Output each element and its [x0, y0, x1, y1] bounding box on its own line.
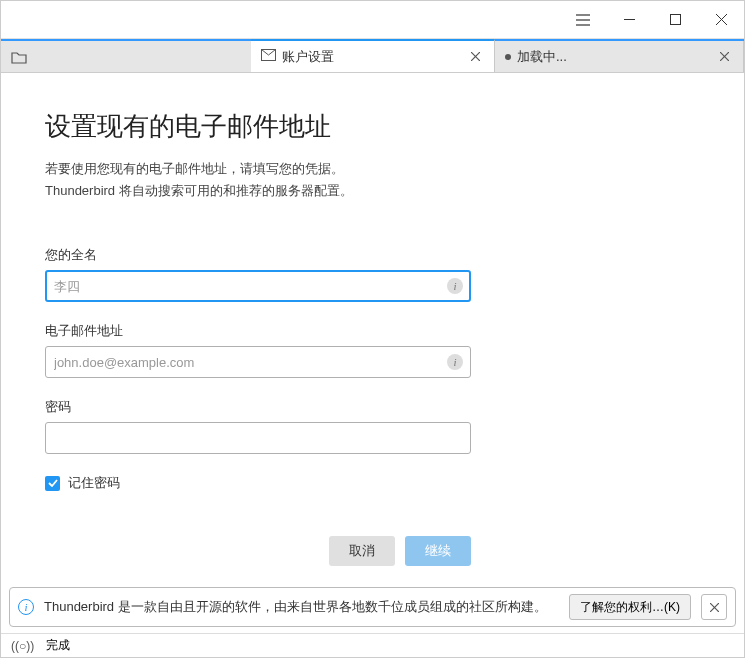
- info-icon[interactable]: i: [447, 278, 463, 294]
- status-text: 完成: [46, 637, 70, 654]
- name-label: 您的全名: [45, 246, 471, 264]
- page-title: 设置现有的电子邮件地址: [45, 109, 700, 144]
- button-row: 取消 继续: [45, 536, 471, 566]
- remember-label: 记住密码: [68, 474, 120, 492]
- info-icon: i: [18, 599, 34, 615]
- tab-close-icon[interactable]: [715, 48, 733, 66]
- name-field-group: 您的全名 i: [45, 246, 471, 302]
- maximize-button[interactable]: [652, 1, 698, 39]
- notification-close-icon[interactable]: [701, 594, 727, 620]
- activity-icon: ((○)): [11, 639, 34, 653]
- tabstrip: 账户设置 加载中...: [1, 39, 744, 73]
- info-icon[interactable]: i: [447, 354, 463, 370]
- password-label: 密码: [45, 398, 471, 416]
- tab-loading[interactable]: 加载中...: [495, 41, 744, 72]
- remember-checkbox[interactable]: [45, 476, 60, 491]
- remember-password-row[interactable]: 记住密码: [45, 474, 700, 492]
- loading-dot-icon: [505, 54, 511, 60]
- name-input[interactable]: [45, 270, 471, 302]
- svg-rect-4: [670, 15, 680, 25]
- password-input[interactable]: [45, 422, 471, 454]
- password-field-group: 密码: [45, 398, 471, 454]
- main-content: 设置现有的电子邮件地址 若要使用您现有的电子邮件地址，请填写您的凭据。 Thun…: [1, 73, 744, 581]
- tab-account-settings[interactable]: 账户设置: [251, 39, 495, 72]
- email-input[interactable]: [45, 346, 471, 378]
- cancel-button[interactable]: 取消: [329, 536, 395, 566]
- tab-close-icon[interactable]: [466, 48, 484, 66]
- email-label: 电子邮件地址: [45, 322, 471, 340]
- titlebar: [1, 1, 744, 39]
- notification-text: Thunderbird 是一款自由且开源的软件，由来自世界各地数千位成员组成的社…: [44, 598, 559, 616]
- notification-bar: i Thunderbird 是一款自由且开源的软件，由来自世界各地数千位成员组成…: [9, 587, 736, 627]
- folder-tab[interactable]: [1, 41, 37, 72]
- mail-icon: [261, 49, 276, 64]
- page-subtitle: 若要使用您现有的电子邮件地址，请填写您的凭据。 Thunderbird 将自动搜…: [45, 158, 700, 202]
- continue-button[interactable]: 继续: [405, 536, 471, 566]
- tab-label: 账户设置: [282, 48, 460, 66]
- statusbar: ((○)) 完成: [1, 633, 744, 657]
- minimize-button[interactable]: [606, 1, 652, 39]
- rights-button[interactable]: 了解您的权利…(K): [569, 594, 691, 620]
- close-button[interactable]: [698, 1, 744, 39]
- email-field-group: 电子邮件地址 i: [45, 322, 471, 378]
- tab-label: 加载中...: [517, 48, 709, 66]
- menu-button[interactable]: [560, 1, 606, 39]
